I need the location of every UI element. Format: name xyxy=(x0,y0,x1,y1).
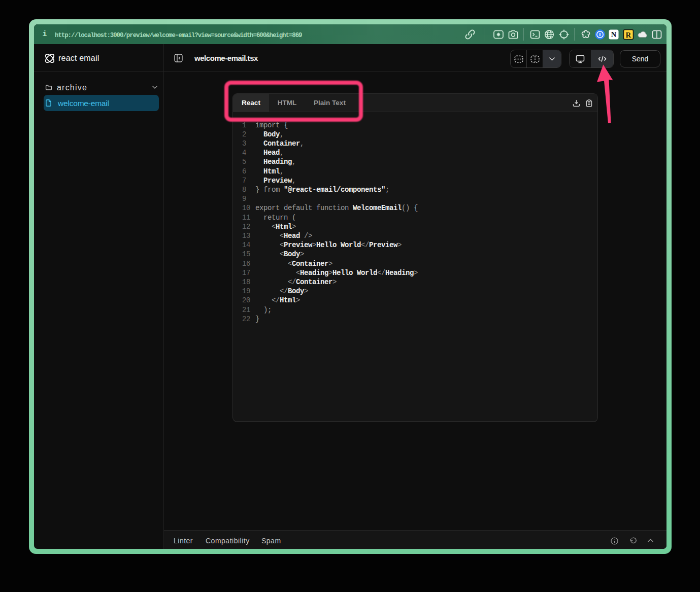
svg-text:N: N xyxy=(611,30,617,39)
svg-text:R: R xyxy=(626,31,631,39)
